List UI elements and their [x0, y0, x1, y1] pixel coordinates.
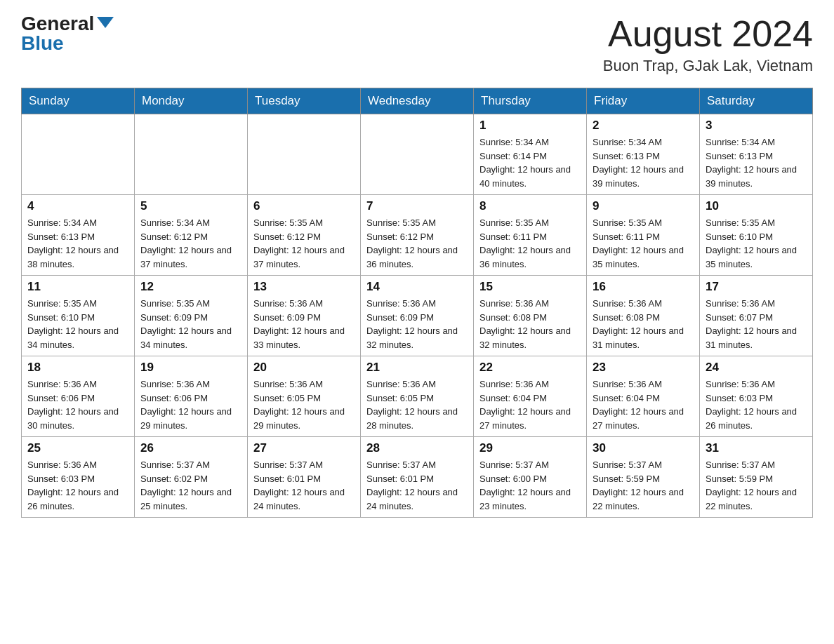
day-info: Sunrise: 5:37 AMSunset: 6:00 PMDaylight:…	[479, 458, 581, 513]
calendar-cell	[135, 114, 248, 195]
day-number: 20	[253, 361, 355, 375]
calendar-cell: 19Sunrise: 5:36 AMSunset: 6:06 PMDayligh…	[135, 356, 248, 437]
title-block: August 2024 Buon Trap, GJak Lak, Vietnam	[603, 14, 813, 75]
calendar-cell: 4Sunrise: 5:34 AMSunset: 6:13 PMDaylight…	[22, 195, 135, 276]
day-number: 3	[706, 119, 807, 133]
day-info: Sunrise: 5:35 AMSunset: 6:11 PMDaylight:…	[593, 216, 694, 271]
calendar-header-saturday: Saturday	[700, 88, 813, 114]
day-info: Sunrise: 5:37 AMSunset: 5:59 PMDaylight:…	[593, 458, 694, 513]
day-info: Sunrise: 5:34 AMSunset: 6:13 PMDaylight:…	[593, 135, 694, 190]
day-info: Sunrise: 5:36 AMSunset: 6:06 PMDaylight:…	[140, 377, 241, 432]
day-info: Sunrise: 5:36 AMSunset: 6:03 PMDaylight:…	[27, 458, 128, 513]
day-info: Sunrise: 5:34 AMSunset: 6:13 PMDaylight:…	[27, 216, 128, 271]
logo: General Blue	[21, 14, 114, 53]
calendar-cell: 12Sunrise: 5:35 AMSunset: 6:09 PMDayligh…	[135, 276, 248, 356]
calendar-cell: 28Sunrise: 5:37 AMSunset: 6:01 PMDayligh…	[361, 437, 474, 518]
day-number: 10	[706, 199, 807, 213]
calendar-cell: 7Sunrise: 5:35 AMSunset: 6:12 PMDaylight…	[361, 195, 474, 276]
day-number: 16	[593, 280, 694, 294]
calendar-header-monday: Monday	[135, 88, 248, 114]
day-info: Sunrise: 5:37 AMSunset: 6:02 PMDaylight:…	[140, 458, 241, 513]
day-number: 2	[593, 119, 694, 133]
day-info: Sunrise: 5:36 AMSunset: 6:03 PMDaylight:…	[706, 377, 807, 432]
day-info: Sunrise: 5:35 AMSunset: 6:10 PMDaylight:…	[706, 216, 807, 271]
day-number: 1	[479, 119, 581, 133]
day-info: Sunrise: 5:34 AMSunset: 6:12 PMDaylight:…	[140, 216, 241, 271]
day-number: 26	[140, 441, 241, 455]
logo-triangle-icon	[97, 17, 114, 28]
calendar-cell: 25Sunrise: 5:36 AMSunset: 6:03 PMDayligh…	[22, 437, 135, 518]
day-number: 18	[27, 361, 128, 375]
day-info: Sunrise: 5:36 AMSunset: 6:04 PMDaylight:…	[479, 377, 581, 432]
day-info: Sunrise: 5:35 AMSunset: 6:10 PMDaylight:…	[27, 297, 128, 351]
week-row-5: 25Sunrise: 5:36 AMSunset: 6:03 PMDayligh…	[22, 437, 813, 518]
calendar-cell: 2Sunrise: 5:34 AMSunset: 6:13 PMDaylight…	[587, 114, 700, 195]
calendar-cell: 5Sunrise: 5:34 AMSunset: 6:12 PMDaylight…	[135, 195, 248, 276]
calendar-cell: 31Sunrise: 5:37 AMSunset: 5:59 PMDayligh…	[700, 437, 813, 518]
day-number: 23	[593, 361, 694, 375]
calendar-cell	[248, 114, 361, 195]
calendar-cell: 29Sunrise: 5:37 AMSunset: 6:00 PMDayligh…	[474, 437, 587, 518]
day-number: 21	[366, 361, 468, 375]
day-info: Sunrise: 5:36 AMSunset: 6:09 PMDaylight:…	[253, 297, 355, 351]
day-info: Sunrise: 5:35 AMSunset: 6:12 PMDaylight:…	[366, 216, 468, 271]
day-info: Sunrise: 5:36 AMSunset: 6:09 PMDaylight:…	[366, 297, 468, 351]
day-number: 29	[479, 441, 581, 455]
day-info: Sunrise: 5:36 AMSunset: 6:08 PMDaylight:…	[593, 297, 694, 351]
calendar-cell	[361, 114, 474, 195]
calendar-cell: 23Sunrise: 5:36 AMSunset: 6:04 PMDayligh…	[587, 356, 700, 437]
week-row-2: 4Sunrise: 5:34 AMSunset: 6:13 PMDaylight…	[22, 195, 813, 276]
calendar-header-row: SundayMondayTuesdayWednesdayThursdayFrid…	[22, 88, 813, 114]
page-header: General Blue August 2024 Buon Trap, GJak…	[21, 14, 813, 75]
calendar-cell: 21Sunrise: 5:36 AMSunset: 6:05 PMDayligh…	[361, 356, 474, 437]
day-info: Sunrise: 5:36 AMSunset: 6:05 PMDaylight:…	[366, 377, 468, 432]
day-number: 15	[479, 280, 581, 294]
calendar-cell: 8Sunrise: 5:35 AMSunset: 6:11 PMDaylight…	[474, 195, 587, 276]
calendar-cell: 20Sunrise: 5:36 AMSunset: 6:05 PMDayligh…	[248, 356, 361, 437]
calendar-cell: 11Sunrise: 5:35 AMSunset: 6:10 PMDayligh…	[22, 276, 135, 356]
calendar-cell: 17Sunrise: 5:36 AMSunset: 6:07 PMDayligh…	[700, 276, 813, 356]
day-number: 6	[253, 199, 355, 213]
calendar-cell: 18Sunrise: 5:36 AMSunset: 6:06 PMDayligh…	[22, 356, 135, 437]
day-number: 24	[706, 361, 807, 375]
day-info: Sunrise: 5:34 AMSunset: 6:14 PMDaylight:…	[479, 135, 581, 190]
week-row-1: 1Sunrise: 5:34 AMSunset: 6:14 PMDaylight…	[22, 114, 813, 195]
calendar-cell: 30Sunrise: 5:37 AMSunset: 5:59 PMDayligh…	[587, 437, 700, 518]
day-info: Sunrise: 5:37 AMSunset: 6:01 PMDaylight:…	[253, 458, 355, 513]
day-number: 19	[140, 361, 241, 375]
month-title: August 2024	[603, 14, 813, 54]
calendar-header-thursday: Thursday	[474, 88, 587, 114]
calendar-cell: 3Sunrise: 5:34 AMSunset: 6:13 PMDaylight…	[700, 114, 813, 195]
calendar-header-wednesday: Wednesday	[361, 88, 474, 114]
day-number: 4	[27, 199, 128, 213]
calendar-header-friday: Friday	[587, 88, 700, 114]
calendar-cell: 15Sunrise: 5:36 AMSunset: 6:08 PMDayligh…	[474, 276, 587, 356]
calendar-cell: 16Sunrise: 5:36 AMSunset: 6:08 PMDayligh…	[587, 276, 700, 356]
logo-general-text: General	[21, 14, 94, 34]
logo-blue-text: Blue	[21, 34, 64, 53]
day-number: 17	[706, 280, 807, 294]
calendar-cell: 1Sunrise: 5:34 AMSunset: 6:14 PMDaylight…	[474, 114, 587, 195]
calendar-cell: 14Sunrise: 5:36 AMSunset: 6:09 PMDayligh…	[361, 276, 474, 356]
day-number: 30	[593, 441, 694, 455]
day-info: Sunrise: 5:36 AMSunset: 6:07 PMDaylight:…	[706, 297, 807, 351]
day-number: 7	[366, 199, 468, 213]
location-title: Buon Trap, GJak Lak, Vietnam	[603, 57, 813, 75]
day-info: Sunrise: 5:37 AMSunset: 5:59 PMDaylight:…	[706, 458, 807, 513]
calendar-cell: 26Sunrise: 5:37 AMSunset: 6:02 PMDayligh…	[135, 437, 248, 518]
day-info: Sunrise: 5:36 AMSunset: 6:06 PMDaylight:…	[27, 377, 128, 432]
day-number: 12	[140, 280, 241, 294]
calendar-table: SundayMondayTuesdayWednesdayThursdayFrid…	[21, 88, 813, 518]
week-row-3: 11Sunrise: 5:35 AMSunset: 6:10 PMDayligh…	[22, 276, 813, 356]
day-number: 27	[253, 441, 355, 455]
calendar-cell: 9Sunrise: 5:35 AMSunset: 6:11 PMDaylight…	[587, 195, 700, 276]
day-number: 22	[479, 361, 581, 375]
day-number: 28	[366, 441, 468, 455]
day-number: 14	[366, 280, 468, 294]
calendar-cell: 27Sunrise: 5:37 AMSunset: 6:01 PMDayligh…	[248, 437, 361, 518]
day-info: Sunrise: 5:34 AMSunset: 6:13 PMDaylight:…	[706, 135, 807, 190]
day-number: 5	[140, 199, 241, 213]
day-number: 25	[27, 441, 128, 455]
day-info: Sunrise: 5:36 AMSunset: 6:05 PMDaylight:…	[253, 377, 355, 432]
day-number: 13	[253, 280, 355, 294]
